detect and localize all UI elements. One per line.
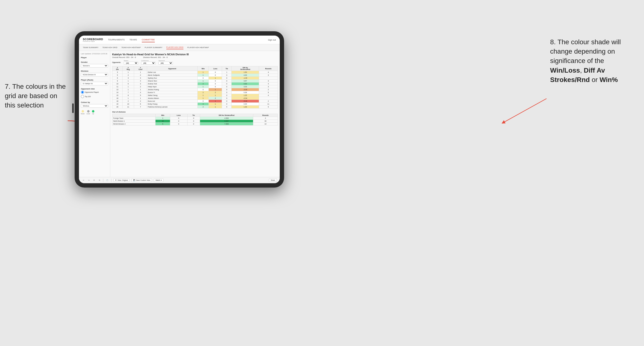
cell-div: 14 xyxy=(112,91,122,94)
cell-tie: 0 xyxy=(222,103,232,106)
cell-rounds: 4 xyxy=(259,71,278,74)
player-rank-select[interactable]: 8. Katelyn Vo xyxy=(81,82,108,85)
colour-by-label: Colour by xyxy=(81,101,108,103)
sidebar-opponent-view-section: Opponent view Opponents Played Top 100 xyxy=(81,88,108,99)
redo-button[interactable]: ↪ xyxy=(87,179,90,182)
cell-div: 5 xyxy=(112,74,122,77)
sidebar: Last Updated: 27/03/2024 16:55:38 Player… xyxy=(79,51,110,177)
share-label: Share xyxy=(270,179,275,181)
cell-rounds: 9 xyxy=(259,91,278,94)
filter-opponent-label: Opponent xyxy=(158,60,173,61)
sidebar-player-rank-section: Player (Rank) 8. Katelyn Vo xyxy=(81,79,108,85)
cell-loss: 1 xyxy=(209,106,222,108)
forward-button[interactable]: ⟳ xyxy=(92,179,96,182)
sub-nav: TEAM SUMMARY TEAM H2H GRID TEAM H2H HEAT… xyxy=(79,44,280,51)
cell-loss: 0 xyxy=(209,71,222,74)
cell-win: 1 xyxy=(198,97,209,100)
clock-button[interactable]: 🕐 xyxy=(105,179,109,182)
share-button[interactable]: Share xyxy=(269,179,277,182)
nav-sign-out[interactable]: Sign out xyxy=(268,39,276,41)
back-button[interactable]: ⟲ xyxy=(98,179,101,182)
toolbar-divider-1 xyxy=(103,179,103,182)
legend-level-dot xyxy=(87,110,90,113)
save-custom-button[interactable]: 💾 Save Custom View xyxy=(132,179,152,182)
cell-tie: 0 xyxy=(222,74,232,77)
cell-loss: 0 xyxy=(209,80,222,82)
filter-region-label: Region xyxy=(124,60,138,61)
cell-tie: 0 xyxy=(222,97,232,100)
table-row: 18 2 2 Euna Lee 0 1 0 -5.00 2 xyxy=(112,100,278,103)
cell-opponent: Eunice Yi xyxy=(147,91,198,94)
subnav-team-h2h-heatmap[interactable]: TEAM H2H HEATMAP xyxy=(121,46,141,49)
cell-div: 18 xyxy=(112,100,122,103)
cell-conf: 7 xyxy=(134,106,147,108)
table-header-row: #Div #Reg #Conf Opponent Win Loss Tie Di… xyxy=(112,66,278,71)
ood-cell-win: 1 xyxy=(156,117,170,120)
cell-loss: 1 xyxy=(209,77,222,80)
subnav-team-h2h-grid[interactable]: TEAM H2H GRID xyxy=(102,46,118,49)
ood-cell-loss: 0 xyxy=(170,123,187,126)
cell-tie: 0 xyxy=(222,91,232,94)
cell-reg: 11 xyxy=(122,106,134,108)
filter-region-select[interactable]: (All) xyxy=(124,62,138,65)
radio-opponents-played[interactable]: Opponents Played xyxy=(81,91,108,94)
division-select[interactable]: NCAA Division III xyxy=(81,73,108,76)
cell-win: 0 xyxy=(198,77,209,80)
sidebar-player-section: Player xyxy=(81,56,108,59)
ood-table-row: Foreign Team 1 0 0 4.500 2 xyxy=(112,117,278,120)
sidebar-colour-by-section: Colour by Win/loss xyxy=(81,101,108,108)
colour-by-select[interactable]: Win/loss xyxy=(81,104,108,108)
cell-win: 4 xyxy=(198,103,209,106)
table-row: 14 7 4 Eunice Yi 2 2 0 0.38 9 xyxy=(112,91,278,94)
filter-region: Region (All) xyxy=(124,60,138,65)
cell-tie: 0 xyxy=(222,80,232,82)
gender-select[interactable]: Women's xyxy=(81,64,108,68)
col-diff: Diff AvStrokes/Rnd xyxy=(232,66,259,71)
cell-loss: 2 xyxy=(209,91,222,94)
cell-win: 1 xyxy=(198,74,209,77)
cell-rounds: 3 xyxy=(259,74,278,77)
ood-col-loss: Loss xyxy=(170,114,187,117)
logo: SCOREBOARD Powered by clippd xyxy=(83,38,104,42)
cell-reg: 6 xyxy=(122,82,134,85)
gender-label: Gender xyxy=(81,61,108,63)
cell-diff: 1.33 xyxy=(232,106,259,108)
view-original-button[interactable]: 👁 View: Original xyxy=(114,179,130,182)
cell-reg: 1 xyxy=(122,88,134,91)
subnav-team-summary[interactable]: TEAM SUMMARY xyxy=(83,46,98,49)
cell-conf: 1 xyxy=(134,88,147,91)
table-row: 3 1 1 Esther Lee 1 0 1 1.50 4 xyxy=(112,71,278,74)
cell-rounds: 3 xyxy=(259,80,278,82)
nav-committee[interactable]: COMMITTEE xyxy=(142,37,155,42)
cell-loss: 1 xyxy=(209,88,222,91)
undo-button[interactable]: ↩ xyxy=(82,179,85,182)
tablet-frame: SCOREBOARD Powered by clippd TOURNAMENTS… xyxy=(75,31,284,187)
cell-conf: 6 xyxy=(134,103,147,106)
col-win: Win xyxy=(198,66,209,71)
filter-opponent-select[interactable]: (All) xyxy=(158,62,173,65)
cell-conf: 5 xyxy=(134,94,147,97)
subnav-player-h2h-grid[interactable]: PLAYER H2H GRID xyxy=(166,46,184,49)
division-label: Division xyxy=(81,70,108,72)
annotation-bold1: Win/Loss xyxy=(550,67,580,74)
subnav-player-h2h-heatmap[interactable]: PLAYER H2H HEATMAP xyxy=(187,46,209,49)
ood-cell-diff: 7.400 xyxy=(200,123,253,126)
cell-div: 3 xyxy=(112,71,122,74)
cell-diff: -1.00 xyxy=(232,77,259,80)
ood-col-diff: Diff Av Strokes/Rnd xyxy=(200,114,253,117)
watch-button[interactable]: Watch ▾ xyxy=(154,179,164,182)
legend-up-label: Up xyxy=(92,113,94,114)
radio-top-100[interactable]: Top 100 xyxy=(81,95,108,98)
table-row: 10 6 3 Andrea York 2 0 0 4.00 4 xyxy=(112,82,278,85)
division-record-label: Division Record: 331 - 34 - 6 xyxy=(143,56,168,58)
nav-tournaments[interactable]: TOURNAMENTS xyxy=(108,37,124,42)
tablet-screen: SCOREBOARD Powered by clippd TOURNAMENTS… xyxy=(79,36,280,183)
ood-cell-name: NAIA Division 1 xyxy=(112,120,156,123)
subnav-player-summary[interactable]: PLAYER SUMMARY xyxy=(145,46,162,49)
cell-win: 1 xyxy=(198,71,209,74)
cell-loss: 1 xyxy=(209,100,222,103)
cell-tie: 0 xyxy=(222,94,232,97)
nav-teams[interactable]: TEAMS xyxy=(130,37,137,42)
filter-conference-select[interactable]: (All) xyxy=(141,62,156,65)
col-reg: #Reg xyxy=(122,66,134,71)
